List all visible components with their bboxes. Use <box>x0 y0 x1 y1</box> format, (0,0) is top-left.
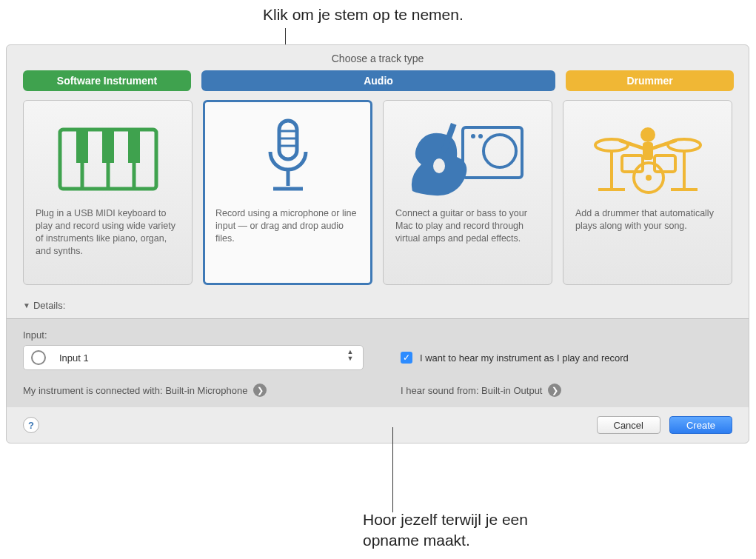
card-audio-mic[interactable]: Record using a microphone or line input … <box>203 100 372 285</box>
microphone-icon <box>215 111 360 207</box>
svg-rect-20 <box>643 142 653 160</box>
track-tabs: Software Instrument Audio Drummer <box>7 70 749 100</box>
drummer-icon <box>575 111 720 207</box>
svg-rect-5 <box>102 130 114 163</box>
card-audio-mic-desc: Record using a microphone or line input … <box>215 207 360 245</box>
select-caret-icon: ▲▼ <box>344 349 357 362</box>
track-type-panel: Choose a track type Software Instrument … <box>6 44 749 443</box>
callout-bottom: Hoor jezelf terwijl je een opname maakt. <box>363 509 528 552</box>
callout-bottom-line2: opname maakt. <box>363 532 470 549</box>
bottom-bar: ? Cancel Create <box>7 407 749 443</box>
svg-point-15 <box>471 134 475 138</box>
svg-point-25 <box>668 139 700 151</box>
monitor-input-row: ✓ I want to hear my instrument as I play… <box>401 352 629 364</box>
card-software-desc: Plug in a USB MIDI keyboard to play and … <box>36 207 180 258</box>
disclosure-triangle-icon: ▼ <box>23 301 30 309</box>
output-arrow-icon[interactable]: ❯ <box>548 384 561 397</box>
output-text: I hear sound from: Built-in Output <box>401 385 542 396</box>
svg-point-19 <box>640 127 655 142</box>
details-pane: Input: Input 1 ▲▼ ✓ I want to hear my in… <box>7 318 749 407</box>
input-label: Input: <box>23 329 732 341</box>
svg-point-14 <box>484 135 516 167</box>
create-button[interactable]: Create <box>669 416 732 434</box>
card-audio-guitar[interactable]: Connect a guitar or bass to your Mac to … <box>383 100 552 285</box>
monitor-label: I want to hear my instrument as I play a… <box>420 352 629 364</box>
details-label: Details: <box>33 300 65 311</box>
tab-software-instrument[interactable]: Software Instrument <box>23 70 191 91</box>
cancel-button[interactable]: Cancel <box>597 416 660 434</box>
svg-rect-27 <box>622 155 643 172</box>
svg-rect-4 <box>76 130 88 163</box>
instrument-connection-text: My instrument is connected with: Built-i… <box>23 385 247 396</box>
tab-drummer[interactable]: Drummer <box>566 70 734 91</box>
input-mono-icon <box>31 350 46 365</box>
callout-line-bottom <box>392 427 393 512</box>
svg-rect-6 <box>128 130 140 163</box>
tab-audio[interactable]: Audio <box>201 70 555 91</box>
svg-point-17 <box>433 158 445 173</box>
svg-point-30 <box>646 175 652 181</box>
input-select[interactable]: Input 1 ▲▼ <box>23 345 364 370</box>
monitor-checkbox[interactable]: ✓ <box>401 352 412 364</box>
input-selected-value: Input 1 <box>59 352 89 364</box>
details-disclosure[interactable]: ▼ Details: <box>7 295 749 318</box>
track-cards: Plug in a USB MIDI keyboard to play and … <box>7 100 749 295</box>
svg-rect-28 <box>655 155 675 172</box>
card-drummer[interactable]: Add a drummer that automatically plays a… <box>563 100 732 285</box>
keyboard-icon <box>36 111 180 207</box>
card-drummer-desc: Add a drummer that automatically plays a… <box>575 207 720 232</box>
svg-point-16 <box>478 134 483 138</box>
card-software-instrument[interactable]: Plug in a USB MIDI keyboard to play and … <box>23 100 193 285</box>
card-audio-guitar-desc: Connect a guitar or bass to your Mac to … <box>395 207 540 245</box>
svg-point-23 <box>595 139 628 151</box>
guitar-amp-icon <box>395 111 540 207</box>
svg-rect-7 <box>279 121 297 159</box>
help-button[interactable]: ? <box>23 417 39 433</box>
callout-bottom-line1: Hoor jezelf terwijl je een <box>363 511 528 528</box>
panel-title: Choose a track type <box>7 45 749 70</box>
callout-top: Klik om je stem op te nemen. <box>263 6 464 24</box>
instrument-connection-arrow-icon[interactable]: ❯ <box>253 384 267 397</box>
